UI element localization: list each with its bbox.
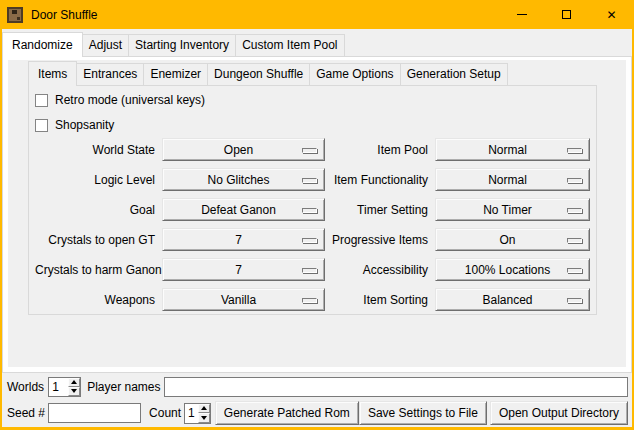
goal-value: Defeat Ganon	[201, 203, 276, 217]
timer-setting-dropdown[interactable]: No Timer	[435, 198, 590, 221]
dropdown-indicator-icon	[302, 238, 317, 243]
tab-enemizer[interactable]: Enemizer	[143, 63, 208, 85]
item-sorting-value: Balanced	[482, 293, 532, 307]
dropdown-indicator-icon	[302, 298, 317, 303]
shopsanity-checkbox-row: Shopsanity	[35, 117, 596, 133]
crystals-ganon-label: Crystals to harm Ganon	[35, 263, 162, 277]
shopsanity-checkbox[interactable]	[35, 119, 48, 132]
tab-custom-item-pool[interactable]: Custom Item Pool	[235, 34, 344, 56]
close-button[interactable]: ✕	[589, 0, 634, 29]
randomize-frame: Items Entrances Enemizer Dungeon Shuffle…	[8, 60, 626, 367]
dropdown-indicator-icon	[302, 268, 317, 273]
generate-patched-rom-button[interactable]: Generate Patched Rom	[215, 401, 359, 425]
bottom-bar: Worlds 1 Player names Seed # Count 1	[2, 371, 632, 427]
item-functionality-dropdown[interactable]: Normal	[435, 168, 590, 191]
close-icon: ✕	[606, 9, 616, 21]
settings-grid: World State Open Item Pool Normal Logic …	[35, 138, 596, 311]
count-spinbox[interactable]: 1	[184, 403, 211, 424]
settings-tab-bar: Items Entrances Enemizer Dungeon Shuffle…	[28, 60, 597, 85]
tab-items[interactable]: Items	[28, 61, 77, 86]
weapons-value: Vanilla	[221, 293, 256, 307]
worlds-spin-arrows	[68, 378, 80, 396]
crystals-gt-dropdown[interactable]: 7	[162, 228, 325, 251]
minimize-button[interactable]	[499, 0, 544, 29]
worlds-value: 1	[49, 378, 68, 396]
accessibility-value: 100% Locations	[465, 263, 550, 277]
timer-setting-label: Timer Setting	[325, 203, 435, 217]
dropdown-indicator-icon	[302, 178, 317, 183]
retro-mode-label: Retro mode (universal keys)	[55, 93, 205, 107]
item-sorting-label: Item Sorting	[325, 293, 435, 307]
tab-dungeon-shuffle[interactable]: Dungeon Shuffle	[207, 63, 310, 85]
player-names-input[interactable]	[164, 377, 629, 397]
item-pool-label: Item Pool	[325, 143, 435, 157]
logic-level-label: Logic Level	[35, 173, 162, 187]
logic-level-dropdown[interactable]: No Glitches	[162, 168, 325, 191]
arrow-up-icon	[71, 380, 77, 384]
arrow-up-icon	[201, 406, 207, 410]
count-value: 1	[185, 404, 198, 423]
settings-notebook: Items Entrances Enemizer Dungeon Shuffle…	[28, 60, 597, 315]
progressive-items-dropdown[interactable]: On	[435, 228, 590, 251]
tab-entrances[interactable]: Entrances	[76, 63, 144, 85]
count-spin-down-button[interactable]	[198, 413, 210, 423]
seed-label: Seed #	[7, 406, 45, 420]
count-label: Count	[149, 406, 181, 420]
retro-mode-checkbox-row: Retro mode (universal keys)	[35, 92, 596, 108]
maximize-icon	[562, 10, 571, 19]
dropdown-indicator-icon	[302, 208, 317, 213]
progressive-items-value: On	[499, 233, 515, 247]
item-functionality-value: Normal	[488, 173, 527, 187]
progressive-items-label: Progressive Items	[325, 233, 435, 247]
dropdown-indicator-icon	[567, 268, 582, 273]
main-tab-bar: Randomize Adjust Starting Inventory Cust…	[2, 30, 632, 56]
world-state-dropdown[interactable]: Open	[162, 138, 325, 161]
worlds-spin-down-button[interactable]	[68, 387, 80, 396]
dropdown-indicator-icon	[567, 238, 582, 243]
shopsanity-label: Shopsanity	[55, 118, 114, 132]
door-app-icon	[7, 7, 23, 23]
world-state-value: Open	[224, 143, 253, 157]
dropdown-indicator-icon	[567, 178, 582, 183]
count-spin-up-button[interactable]	[198, 404, 210, 414]
dropdown-indicator-icon	[567, 148, 582, 153]
crystals-gt-label: Crystals to open GT	[35, 233, 162, 247]
accessibility-dropdown[interactable]: 100% Locations	[435, 258, 590, 281]
arrow-down-icon	[201, 416, 207, 420]
tab-starting-inventory[interactable]: Starting Inventory	[128, 34, 236, 56]
tab-adjust[interactable]: Adjust	[82, 34, 129, 56]
randomize-pane: Items Entrances Enemizer Dungeon Shuffle…	[2, 56, 632, 373]
goal-dropdown[interactable]: Defeat Ganon	[162, 198, 325, 221]
world-state-label: World State	[35, 143, 162, 157]
seed-input[interactable]	[48, 403, 141, 423]
tab-generation-setup[interactable]: Generation Setup	[400, 63, 508, 85]
dropdown-indicator-icon	[567, 298, 582, 303]
worlds-label: Worlds	[7, 380, 44, 394]
crystals-ganon-value: 7	[235, 263, 242, 277]
worlds-spin-up-button[interactable]	[68, 378, 80, 387]
weapons-dropdown[interactable]: Vanilla	[162, 288, 325, 311]
arrow-down-icon	[71, 389, 77, 393]
save-settings-button[interactable]: Save Settings to File	[359, 401, 487, 425]
logic-level-value: No Glitches	[207, 173, 269, 187]
items-pane: Retro mode (universal keys) Shopsanity W…	[28, 85, 597, 315]
worlds-spinbox[interactable]: 1	[48, 377, 81, 397]
window-body: Randomize Adjust Starting Inventory Cust…	[0, 29, 634, 430]
item-pool-value: Normal	[488, 143, 527, 157]
item-pool-dropdown[interactable]: Normal	[435, 138, 590, 161]
accessibility-label: Accessibility	[325, 263, 435, 277]
item-functionality-label: Item Functionality	[325, 173, 435, 187]
goal-label: Goal	[35, 203, 162, 217]
maximize-button[interactable]	[544, 0, 589, 29]
multiworld-row: Worlds 1 Player names	[7, 376, 628, 397]
tab-game-options[interactable]: Game Options	[309, 63, 400, 85]
weapons-label: Weapons	[35, 293, 162, 307]
open-output-directory-button[interactable]: Open Output Directory	[490, 401, 628, 425]
item-sorting-dropdown[interactable]: Balanced	[435, 288, 590, 311]
retro-mode-checkbox[interactable]	[35, 94, 48, 107]
minimize-icon	[517, 14, 527, 15]
app-window: Door Shuffle ✕ Randomize Adjust Starting…	[0, 0, 634, 430]
window-title: Door Shuffle	[31, 8, 98, 22]
crystals-ganon-dropdown[interactable]: 7	[162, 258, 325, 281]
tab-randomize[interactable]: Randomize	[2, 32, 83, 57]
